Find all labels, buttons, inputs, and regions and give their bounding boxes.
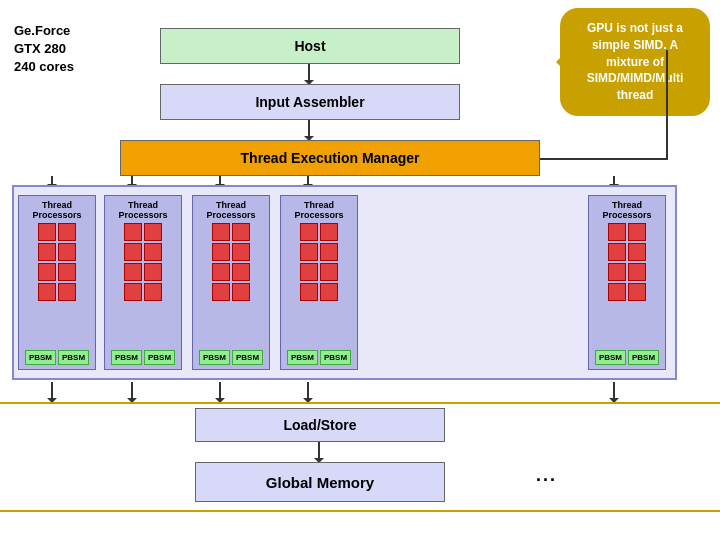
- core: [628, 223, 646, 241]
- pbsm-1a: PBSM: [25, 350, 56, 365]
- core: [320, 283, 338, 301]
- arrow-ls-to-gm: [318, 442, 320, 462]
- core: [144, 283, 162, 301]
- pbsm-3b: PBSM: [232, 350, 263, 365]
- core: [58, 263, 76, 281]
- core: [300, 223, 318, 241]
- tp-down-arrow-4: [307, 382, 309, 402]
- cores-grid-2: [124, 223, 162, 301]
- tem-box: Thread Execution Manager: [120, 140, 540, 176]
- gold-line-bottom: [0, 510, 720, 512]
- core: [58, 243, 76, 261]
- host-label: Host: [294, 38, 325, 54]
- core: [144, 243, 162, 261]
- gold-line-top: [0, 402, 720, 404]
- core: [628, 283, 646, 301]
- pbsm-row-4: PBSM PBSM: [287, 350, 351, 365]
- global-memory-label: Global Memory: [266, 474, 374, 491]
- core: [38, 283, 56, 301]
- dots: ...: [536, 465, 557, 486]
- tp-block-2: ThreadProcessors PBSM PBSM: [104, 195, 182, 370]
- load-store-label: Load/Store: [283, 417, 356, 433]
- core: [144, 263, 162, 281]
- pbsm-row-1: PBSM PBSM: [25, 350, 89, 365]
- pbsm-row-2: PBSM PBSM: [111, 350, 175, 365]
- cores-grid-3: [212, 223, 250, 301]
- core: [38, 223, 56, 241]
- tp-block-4-label: ThreadProcessors: [294, 200, 343, 220]
- main-container: Ge.ForceGTX 280240 cores GPU is not just…: [0, 0, 720, 540]
- pbsm-2b: PBSM: [144, 350, 175, 365]
- core: [124, 243, 142, 261]
- core: [232, 283, 250, 301]
- pbsm-2a: PBSM: [111, 350, 142, 365]
- core: [58, 283, 76, 301]
- gpu-bubble: GPU is not just a simple SIMD. A mixture…: [560, 8, 710, 116]
- cores-grid-1: [38, 223, 76, 301]
- core: [232, 223, 250, 241]
- gpu-bubble-text: GPU is not just a simple SIMD. A mixture…: [587, 21, 684, 102]
- tp-down-arrow-5: [613, 382, 615, 402]
- arrow-ia-to-tem: [308, 120, 310, 140]
- global-memory-box: Global Memory: [195, 462, 445, 502]
- core: [38, 263, 56, 281]
- tp-block-3: ThreadProcessors PBSM PBSM: [192, 195, 270, 370]
- dots-text: ...: [536, 465, 557, 485]
- tem-label: Thread Execution Manager: [241, 150, 420, 166]
- load-store-box: Load/Store: [195, 408, 445, 442]
- geforce-label: Ge.ForceGTX 280240 cores: [14, 22, 74, 77]
- pbsm-4b: PBSM: [320, 350, 351, 365]
- core: [608, 283, 626, 301]
- core: [628, 263, 646, 281]
- core: [212, 223, 230, 241]
- core: [124, 263, 142, 281]
- pbsm-row-3: PBSM PBSM: [199, 350, 263, 365]
- tp-block-4: ThreadProcessors PBSM PBSM: [280, 195, 358, 370]
- input-assembler-label: Input Assembler: [255, 94, 364, 110]
- tp-down-arrow-1: [51, 382, 53, 402]
- tp-block-1: ThreadProcessors PBSM PBSM: [18, 195, 96, 370]
- core: [608, 243, 626, 261]
- tp-block-1-label: ThreadProcessors: [32, 200, 81, 220]
- core: [608, 263, 626, 281]
- core: [232, 263, 250, 281]
- host-box: Host: [160, 28, 460, 64]
- pbsm-4a: PBSM: [287, 350, 318, 365]
- pbsm-5a: PBSM: [595, 350, 626, 365]
- core: [124, 223, 142, 241]
- core: [608, 223, 626, 241]
- pbsm-1b: PBSM: [58, 350, 89, 365]
- tp-block-5: ThreadProcessors PBSM PBSM: [588, 195, 666, 370]
- tp-block-3-label: ThreadProcessors: [206, 200, 255, 220]
- cores-grid-5: [608, 223, 646, 301]
- core: [320, 263, 338, 281]
- core: [300, 243, 318, 261]
- tp-block-5-label: ThreadProcessors: [602, 200, 651, 220]
- tp-area: ThreadProcessors PBSM PBSM ThreadProcess…: [12, 185, 677, 380]
- input-assembler-box: Input Assembler: [160, 84, 460, 120]
- tem-right-line: [540, 158, 668, 160]
- core: [628, 243, 646, 261]
- pbsm-row-5: PBSM PBSM: [595, 350, 659, 365]
- cores-grid-4: [300, 223, 338, 301]
- core: [38, 243, 56, 261]
- core: [144, 223, 162, 241]
- tem-right-vert: [666, 50, 668, 160]
- core: [300, 283, 318, 301]
- core: [300, 263, 318, 281]
- arrow-host-to-ia: [308, 64, 310, 84]
- core: [320, 223, 338, 241]
- core: [320, 243, 338, 261]
- core: [232, 243, 250, 261]
- pbsm-5b: PBSM: [628, 350, 659, 365]
- core: [212, 283, 230, 301]
- tp-down-arrow-3: [219, 382, 221, 402]
- core: [212, 263, 230, 281]
- core: [124, 283, 142, 301]
- pbsm-3a: PBSM: [199, 350, 230, 365]
- core: [58, 223, 76, 241]
- tp-block-2-label: ThreadProcessors: [118, 200, 167, 220]
- core: [212, 243, 230, 261]
- tp-down-arrow-2: [131, 382, 133, 402]
